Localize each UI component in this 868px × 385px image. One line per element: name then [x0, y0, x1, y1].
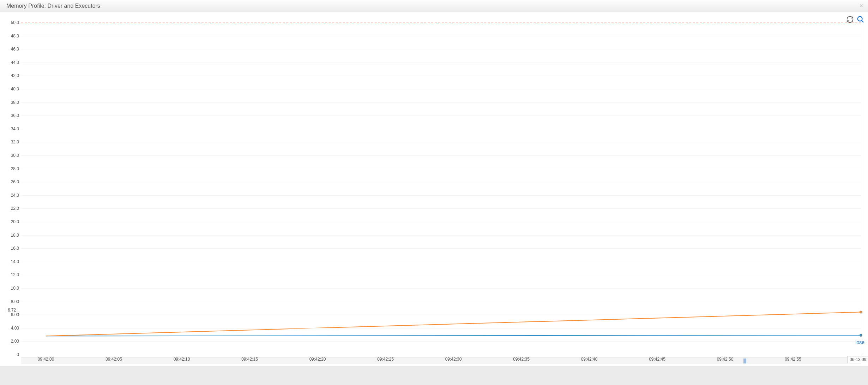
panel-title: Memory Profile: Driver and Executors — [6, 3, 100, 9]
svg-line-1 — [862, 20, 864, 23]
y-tick-label: 32.0 — [11, 140, 21, 144]
grid-line — [21, 248, 861, 249]
series-line — [46, 335, 861, 336]
x-tick-label: 09:42:20 — [309, 355, 326, 362]
grid-line — [21, 302, 861, 302]
close-icon[interactable]: × — [859, 2, 863, 10]
x-tick-label: 09:42:00 — [38, 355, 54, 362]
grid-line — [21, 63, 861, 63]
y-tick-label: 34.0 — [11, 126, 21, 131]
time-navigator[interactable] — [21, 357, 861, 364]
grid-line — [21, 222, 861, 222]
x-tick-label: 09:42:55 — [785, 355, 801, 362]
grid-line — [21, 235, 861, 236]
y-tick-label: 4.00 — [11, 326, 21, 331]
x-tick-label: 09:42:50 — [717, 355, 734, 362]
x-cursor-label: 06-13 09:43 — [847, 356, 868, 363]
y-tick-label: 24.0 — [11, 193, 21, 198]
y-tick-label: 20.0 — [11, 219, 21, 224]
zoom-icon[interactable] — [857, 16, 864, 23]
grid-line — [21, 49, 861, 49]
grid-line — [21, 102, 861, 103]
grid-line — [21, 315, 861, 315]
x-tick-label: 09:42:35 — [513, 355, 530, 362]
threshold-line — [21, 23, 861, 23]
y-tick-label: 42.0 — [11, 73, 21, 78]
grid-line — [21, 195, 861, 196]
y-tick-label: 44.0 — [11, 60, 21, 65]
y-tick-label: 14.0 — [11, 259, 21, 264]
grid-line — [21, 142, 861, 142]
hover-cursor-line — [861, 23, 861, 355]
grid-line — [21, 76, 861, 76]
y-tick-label: 12.0 — [11, 272, 21, 277]
y-tick-label: 8.00 — [11, 299, 21, 304]
panel-header: Memory Profile: Driver and Executors × — [0, 0, 868, 12]
y-tick-label: 22.0 — [11, 206, 21, 211]
x-tick-label: 09:42:15 — [241, 355, 258, 362]
grid-line — [21, 129, 861, 129]
y-tick-label: 18.0 — [11, 233, 21, 238]
x-tick-label: 09:42:40 — [581, 355, 598, 362]
close-link[interactable]: lose — [855, 339, 864, 345]
grid-line — [21, 169, 861, 169]
x-tick-label: 09:42:05 — [106, 355, 122, 362]
x-tick-label: 09:42:25 — [377, 355, 394, 362]
y-tick-label: 16.0 — [11, 246, 21, 251]
footer-bar — [0, 366, 868, 385]
grid-line — [21, 288, 861, 289]
svg-point-0 — [858, 17, 862, 21]
y-tick-label: 0 — [17, 352, 21, 357]
grid-line — [21, 36, 861, 36]
refresh-icon[interactable] — [846, 16, 854, 23]
grid-line — [21, 208, 861, 209]
grid-line — [21, 262, 861, 262]
grid-line — [21, 155, 861, 156]
grid-line — [21, 89, 861, 89]
chart-lines — [21, 23, 861, 355]
x-tick-label: 09:42:30 — [445, 355, 462, 362]
y-tick-label: 48.0 — [11, 34, 21, 38]
y-tick-label: 38.0 — [11, 100, 21, 105]
y-callout: 6.72 — [6, 307, 18, 313]
y-tick-label: 36.0 — [11, 113, 21, 118]
grid-line — [21, 328, 861, 328]
x-tick-label: 09:42:45 — [649, 355, 665, 362]
y-tick-label: 50.0 — [11, 20, 21, 25]
chart-toolbar — [846, 16, 864, 23]
y-tick-label: 28.0 — [11, 166, 21, 171]
y-tick-label: 40.0 — [11, 87, 21, 91]
grid-line — [21, 341, 861, 342]
grid-line — [21, 275, 861, 275]
y-tick-label: 30.0 — [11, 153, 21, 158]
x-tick-label: 09:42:10 — [174, 355, 190, 362]
chart-area: 02.004.006.008.0010.012.014.016.018.020.… — [0, 12, 868, 366]
y-tick-label: 26.0 — [11, 179, 21, 184]
series-line — [46, 312, 861, 336]
grid-line — [21, 182, 861, 182]
grid-line — [21, 116, 861, 116]
y-tick-label: 46.0 — [11, 47, 21, 52]
plot-area[interactable]: 02.004.006.008.0010.012.014.016.018.020.… — [21, 23, 861, 355]
y-tick-label: 2.00 — [11, 339, 21, 344]
navigator-marker[interactable] — [743, 359, 746, 363]
y-tick-label: 10.0 — [11, 286, 21, 291]
